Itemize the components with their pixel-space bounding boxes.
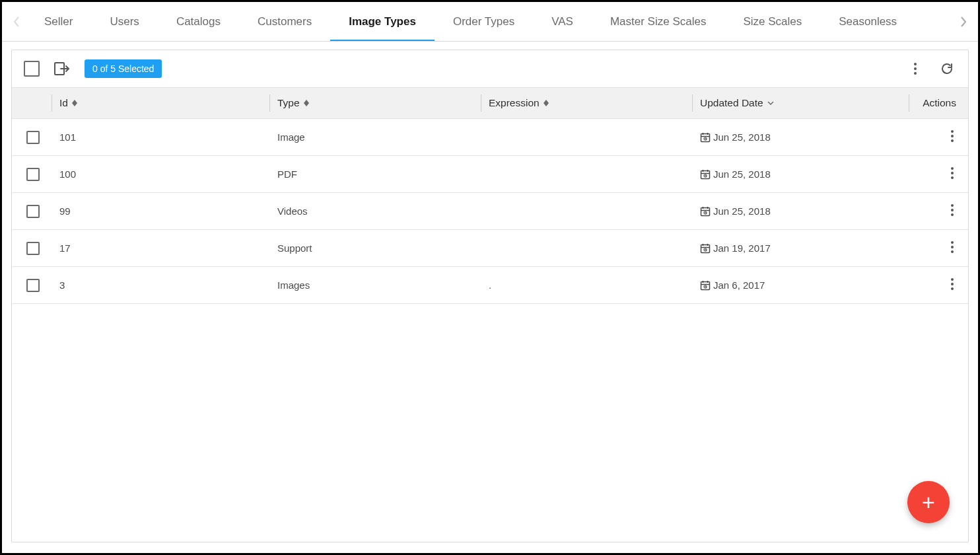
row-checkbox[interactable] — [26, 242, 40, 255]
cell-id: 3 — [52, 279, 269, 291]
tab-vas[interactable]: VAS — [533, 2, 592, 41]
refresh-icon[interactable] — [938, 59, 956, 78]
svg-point-22 — [951, 246, 954, 248]
tab-master-size-scales[interactable]: Master Size Scales — [592, 2, 725, 41]
svg-point-3 — [914, 72, 917, 75]
tab-users[interactable]: Users — [91, 2, 157, 41]
svg-point-26 — [951, 278, 954, 281]
col-header-id[interactable]: Id — [52, 88, 269, 118]
cell-expression: . — [481, 279, 692, 291]
svg-point-23 — [951, 250, 954, 253]
svg-point-16 — [951, 204, 954, 207]
tab-bar: SellerUsersCatalogsCustomersImage TypesO… — [2, 2, 978, 42]
cell-id: 100 — [52, 168, 269, 180]
tab-size-scales[interactable]: Size Scales — [724, 2, 820, 41]
selection-badge: 0 of 5 Selected — [85, 59, 162, 78]
table-row: 17SupportJan 19, 2017 — [12, 230, 968, 267]
tab-customers[interactable]: Customers — [239, 2, 330, 41]
row-checkbox[interactable] — [26, 131, 40, 144]
cell-type: Videos — [269, 205, 481, 217]
select-all-checkbox[interactable] — [24, 61, 40, 77]
chevron-down-icon — [767, 101, 774, 105]
cell-updated: Jun 25, 2018 — [692, 205, 909, 217]
col-header-expression[interactable]: Expression — [481, 88, 692, 118]
tab-seasonless[interactable]: Seasonless — [820, 2, 915, 41]
row-checkbox[interactable] — [26, 168, 40, 181]
row-checkbox[interactable] — [26, 279, 40, 292]
tab-order-types[interactable]: Order Types — [435, 2, 533, 41]
col-header-id-label: Id — [59, 97, 68, 109]
svg-point-27 — [951, 283, 954, 285]
svg-point-11 — [951, 167, 954, 170]
cell-updated: Jun 25, 2018 — [692, 131, 909, 143]
col-header-actions-label: Actions — [923, 97, 956, 109]
svg-point-17 — [951, 209, 954, 211]
row-more-icon[interactable] — [951, 278, 954, 292]
tab-image-types[interactable]: Image Types — [330, 2, 435, 41]
row-more-icon[interactable] — [951, 204, 954, 218]
svg-point-13 — [951, 176, 954, 179]
table-row: 101ImageJun 25, 2018 — [12, 119, 968, 156]
svg-point-12 — [951, 172, 954, 174]
sort-icon — [304, 100, 309, 106]
calendar-icon — [700, 243, 711, 254]
tabs-scroll-left — [7, 2, 26, 41]
toolbar-more-icon[interactable] — [906, 59, 925, 78]
sort-icon — [72, 100, 77, 106]
col-header-actions: Actions — [909, 88, 968, 118]
table-row: 3Images.Jan 6, 2017 — [12, 267, 968, 304]
col-header-updated[interactable]: Updated Date — [692, 88, 909, 118]
cell-id: 99 — [52, 205, 269, 217]
cell-updated: Jun 25, 2018 — [692, 168, 909, 180]
table-row: 99VideosJun 25, 2018 — [12, 193, 968, 230]
tab-catalogs[interactable]: Catalogs — [158, 2, 239, 41]
toolbar: 0 of 5 Selected — [12, 50, 968, 87]
row-more-icon[interactable] — [951, 241, 954, 255]
grid-header: Id Type Expression Updated Date — [12, 87, 968, 119]
sort-icon — [543, 100, 549, 106]
tab-seller[interactable]: Seller — [26, 2, 91, 41]
col-header-type[interactable]: Type — [269, 88, 481, 118]
svg-point-21 — [951, 241, 954, 244]
table-row: 100PDFJun 25, 2018 — [12, 156, 968, 193]
export-icon[interactable] — [53, 59, 71, 78]
svg-point-6 — [951, 130, 954, 133]
cell-updated-text: Jun 25, 2018 — [713, 131, 771, 143]
calendar-icon — [700, 132, 711, 143]
calendar-icon — [700, 280, 711, 291]
col-header-expression-label: Expression — [489, 97, 540, 109]
cell-updated: Jan 6, 2017 — [692, 279, 909, 291]
content-panel: 0 of 5 Selected Id Type Expression — [11, 50, 969, 542]
svg-point-28 — [951, 287, 954, 290]
cell-updated: Jan 19, 2017 — [692, 242, 909, 254]
calendar-icon — [700, 169, 711, 180]
cell-type: PDF — [269, 168, 481, 180]
cell-id: 101 — [52, 131, 269, 143]
cell-id: 17 — [52, 242, 269, 254]
svg-point-2 — [914, 67, 917, 70]
calendar-icon — [700, 206, 711, 217]
svg-point-1 — [914, 63, 917, 65]
cell-updated-text: Jun 25, 2018 — [713, 168, 771, 180]
cell-type: Support — [269, 242, 481, 254]
row-more-icon[interactable] — [951, 130, 954, 144]
cell-type: Image — [269, 131, 481, 143]
cell-type: Images — [269, 279, 481, 291]
tabs-container: SellerUsersCatalogsCustomersImage TypesO… — [26, 2, 954, 41]
svg-point-8 — [951, 139, 954, 142]
cell-updated-text: Jan 6, 2017 — [713, 279, 765, 291]
grid-body: 101ImageJun 25, 2018100PDFJun 25, 201899… — [12, 119, 968, 542]
add-button[interactable]: + — [907, 481, 950, 523]
col-header-updated-label: Updated Date — [700, 97, 763, 109]
svg-point-18 — [951, 213, 954, 216]
tabs-scroll-right[interactable] — [954, 2, 973, 41]
svg-point-7 — [951, 135, 954, 137]
row-checkbox[interactable] — [26, 205, 40, 218]
cell-updated-text: Jun 25, 2018 — [713, 205, 771, 217]
col-header-type-label: Type — [277, 97, 300, 109]
cell-updated-text: Jan 19, 2017 — [713, 242, 771, 254]
plus-icon: + — [922, 490, 935, 515]
row-more-icon[interactable] — [951, 167, 954, 181]
